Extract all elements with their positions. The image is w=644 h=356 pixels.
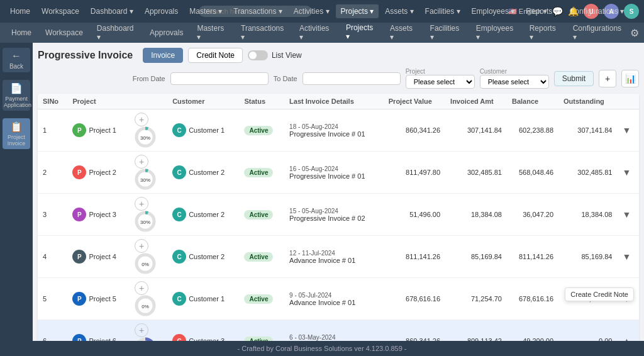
top-nav-item-configurations[interactable]: Configurations ▾	[565, 4, 630, 18]
export-button[interactable]: 📊	[621, 70, 639, 87]
table-row[interactable]: 3 PProject 3 + 30% CCustomer 2 Active 15…	[38, 194, 639, 236]
add-button[interactable]: +	[599, 70, 616, 87]
table-row[interactable]: 2 PProject 2 + 30% CCustomer 2 Active 16…	[38, 152, 639, 194]
from-date-input[interactable]	[170, 72, 269, 85]
cell-status: Active	[239, 109, 284, 152]
project-select[interactable]: Please select	[406, 75, 475, 89]
cell-outstanding: 307,141.84	[558, 109, 617, 152]
main-table: SlNo Project Customer Status Last Invoic…	[38, 94, 639, 356]
sec-nav-item-2[interactable]: Dashboard ▾	[91, 21, 142, 44]
sec-nav-item-10[interactable]: Employees ▾	[470, 21, 522, 44]
to-date-label: To Date	[274, 75, 297, 82]
sec-nav-item-6[interactable]: Activities ▾	[293, 21, 338, 44]
top-navigation: HomeWorkspaceDashboard ▾ApprovalsMasters…	[0, 0, 644, 23]
sec-nav-item-4[interactable]: Masters ▾	[191, 21, 233, 44]
sec-nav-item-3[interactable]: Approvals	[143, 26, 189, 40]
cell-customer: CCustomer 1	[167, 278, 239, 320]
settings-area: ⚙	[630, 27, 639, 39]
cell-balance: 36,047.20	[507, 194, 558, 236]
cell-progress: + 30%	[130, 152, 167, 194]
sidebar-item-payment[interactable]: 📄 Payment Application	[3, 80, 30, 111]
cell-customer: CCustomer 2	[167, 194, 239, 236]
sec-nav-item-9[interactable]: Facilities ▾	[424, 21, 469, 44]
cell-expand[interactable]: ▼	[617, 236, 639, 278]
settings-icon[interactable]: ⚙	[630, 28, 639, 38]
expand-icon[interactable]: ▼	[622, 252, 631, 262]
cell-customer: CCustomer 1	[167, 109, 239, 152]
cell-progress: + 30%	[130, 194, 167, 236]
to-date-input[interactable]	[303, 72, 401, 85]
submit-button[interactable]: Submit	[554, 71, 594, 86]
expand-icon[interactable]: ▼	[622, 125, 631, 135]
col-customer: Customer	[167, 94, 239, 109]
top-nav-item-workspace[interactable]: Workspace	[36, 4, 84, 18]
cell-inv-details: 16 - 05-Aug-2024 Progressive Invoice # 0…	[284, 152, 384, 194]
cell-project-value: 811,141.26	[384, 236, 445, 278]
cell-expand[interactable]: ▼	[617, 194, 639, 236]
top-nav-item-home[interactable]: Home	[5, 4, 35, 18]
sidebar-item-project-invoice[interactable]: 📋 Project Invoice	[3, 118, 30, 149]
from-date-label: From Date	[133, 75, 165, 82]
top-nav-item-employees[interactable]: Employees ▾	[467, 4, 520, 18]
top-nav-item-activities[interactable]: Activities ▾	[289, 4, 335, 18]
cell-customer: CCustomer 2	[167, 236, 239, 278]
top-nav-item-facilities[interactable]: Facilities ▾	[420, 4, 465, 18]
cell-project: PProject 2	[67, 152, 130, 194]
top-nav-item-dashboard[interactable]: Dashboard ▾	[86, 4, 138, 18]
top-nav-item-projects[interactable]: Projects ▾	[336, 4, 379, 18]
tab-credit-note[interactable]: Credit Note	[188, 48, 243, 63]
top-nav-item-reports[interactable]: Reports ▾	[521, 4, 563, 18]
cell-expand[interactable]: ▼	[617, 152, 639, 194]
sec-nav-item-5[interactable]: Transactions ▾	[235, 21, 292, 44]
table-row[interactable]: 4 PProject 4 + 0% CCustomer 2 Active 12 …	[38, 236, 639, 278]
cell-balance: 811,141.26	[507, 236, 558, 278]
footer-text: - Crafted by Coral Business Solutions ve…	[237, 345, 406, 352]
cell-status: Active	[239, 236, 284, 278]
expand-icon[interactable]: ▼	[622, 209, 631, 220]
customer-filter-label: Customer	[480, 68, 549, 75]
sidebar-item-back[interactable]: ← Back	[3, 48, 30, 72]
app-layout: ← Back 📄 Payment Application 📋 Project I…	[0, 43, 644, 356]
top-nav-item-approvals[interactable]: Approvals	[140, 4, 183, 18]
table-row[interactable]: 1 PProject 1 + 30% CCustomer 1 Active 18…	[38, 109, 639, 152]
cell-invoiced-amt: 307,141.84	[445, 109, 507, 152]
cell-invoiced-amt: 302,485.81	[445, 152, 507, 194]
cell-status: Active	[239, 152, 284, 194]
tooltip-create-credit-note[interactable]: Create Credit Note	[565, 287, 634, 301]
project-invoice-icon: 📋	[4, 121, 29, 133]
col-project: Project	[67, 94, 130, 109]
sec-nav-item-12[interactable]: Configurations ▾	[567, 21, 629, 44]
top-nav-item-transactions[interactable]: Transactions ▾	[228, 4, 287, 18]
cell-inv-details: 18 - 05-Aug-2024 Progressive Invoice # 0…	[284, 109, 384, 152]
project-filter: Project Please select	[406, 68, 475, 89]
list-view-toggle[interactable]: List View	[248, 50, 302, 60]
svg-text:0%: 0%	[142, 262, 149, 267]
cell-outstanding: 18,384.08	[558, 194, 617, 236]
sec-nav-item-0[interactable]: Home	[5, 26, 38, 40]
toggle-thumb	[249, 52, 257, 59]
sidebar-label-back: Back	[4, 63, 29, 70]
main-content: Progressive Invoice Invoice Credit Note …	[33, 43, 644, 356]
cell-outstanding: 302,485.81	[558, 152, 617, 194]
tab-invoice[interactable]: Invoice	[143, 48, 183, 63]
table-row[interactable]: 5 PProject 5 + 0% CCustomer 1 Active 9 -…	[38, 278, 639, 320]
sec-nav-item-1[interactable]: Workspace	[39, 26, 89, 40]
top-nav-item-masters[interactable]: Masters ▾	[184, 4, 227, 18]
cell-status: Active	[239, 194, 284, 236]
sec-nav-item-8[interactable]: Assets ▾	[384, 21, 423, 44]
svg-text:30%: 30%	[140, 135, 150, 141]
expand-icon[interactable]: ▼	[622, 167, 631, 177]
sec-nav-item-7[interactable]: Projects ▾	[340, 21, 382, 45]
top-nav-item-assets[interactable]: Assets ▾	[380, 4, 418, 18]
page-title: Progressive Invoice	[38, 50, 133, 61]
sidebar-label-project-invoice: Project Invoice	[4, 134, 29, 147]
sec-nav-item-11[interactable]: Reports ▾	[523, 21, 565, 44]
cell-inv-details: 12 - 11-Jul-2024 Advance Invoice # 01	[284, 236, 384, 278]
cell-expand[interactable]: ▼	[617, 109, 639, 152]
sidebar-label-payment: Payment Application	[4, 96, 29, 108]
customer-select[interactable]: Please select	[480, 75, 549, 89]
cell-slno: 4	[38, 236, 67, 278]
payment-icon: 📄	[4, 82, 29, 94]
cell-balance: 602,238.88	[507, 109, 558, 152]
col-invoiced-amt: Invoiced Amt	[445, 94, 507, 109]
